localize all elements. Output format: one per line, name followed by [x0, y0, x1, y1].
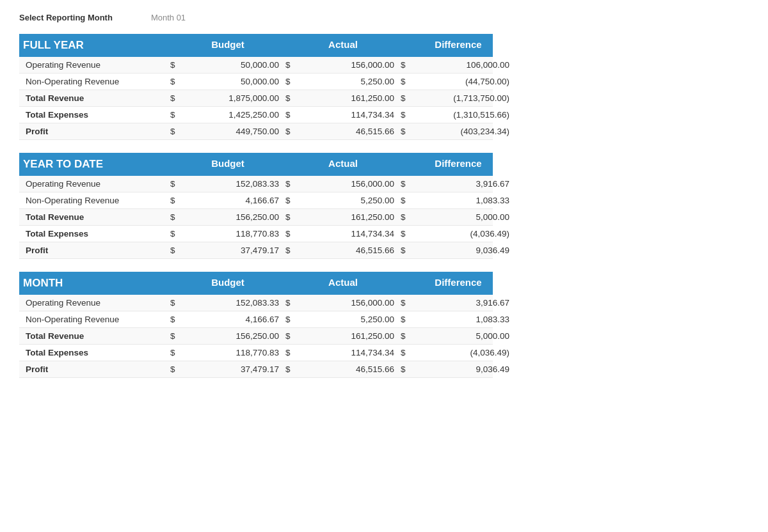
- row-label: Non-Operating Revenue: [23, 77, 170, 86]
- table-row: Total Expenses$118,770.83$114,734.34$(4,…: [19, 226, 493, 242]
- budget-amount: 50,000.00: [182, 77, 285, 86]
- dollar-sign: $: [401, 298, 412, 308]
- diff-amount: 9,036.49: [412, 364, 516, 374]
- dollar-sign: $: [401, 77, 412, 86]
- dollar-sign: $: [285, 179, 297, 189]
- actual-cell: $156,000.00: [285, 179, 401, 189]
- table-row: Profit$37,479.17$46,515.66$9,036.49: [19, 361, 493, 378]
- dollar-sign: $: [170, 298, 182, 308]
- table-row: Total Revenue$156,250.00$161,250.00$5,00…: [19, 328, 493, 345]
- diff-cell: $(44,750.00): [401, 77, 516, 86]
- actual-cell: $46,515.66: [285, 127, 401, 136]
- budget-amount: 152,083.33: [182, 298, 285, 308]
- actual-amount: 46,515.66: [297, 246, 401, 255]
- sections-container: FULL YEARBudgetActualDifference Operatin…: [19, 34, 749, 378]
- dollar-sign: $: [285, 315, 297, 324]
- diff-cell: $(1,310,515.66): [401, 110, 516, 120]
- dollar-sign: $: [401, 110, 412, 120]
- actual-amount: 114,734.34: [297, 348, 401, 357]
- actual-cell: $5,250.00: [285, 77, 401, 86]
- diff-cell: $(403,234.34): [401, 127, 516, 136]
- actual-amount: 161,250.00: [297, 212, 401, 222]
- dollar-sign: $: [285, 127, 297, 136]
- budget-cell: $37,479.17: [170, 246, 285, 255]
- diff-amount: 3,916.67: [412, 298, 516, 308]
- diff-amount: (4,036.49): [412, 348, 516, 357]
- section-year-to-date: YEAR TO DATEBudgetActualDifference Opera…: [19, 153, 493, 259]
- diff-amount: 5,000.00: [412, 331, 516, 341]
- row-label: Non-Operating Revenue: [23, 315, 170, 324]
- dollar-sign: $: [170, 179, 182, 189]
- diff-amount: (403,234.34): [412, 127, 516, 136]
- dollar-sign: $: [285, 212, 297, 222]
- dollar-sign: $: [285, 110, 297, 120]
- section-title-year-to-date: YEAR TO DATE: [23, 158, 170, 171]
- row-label: Profit: [23, 246, 170, 255]
- budget-cell: $37,479.17: [170, 364, 285, 374]
- col-header-budget: Budget: [170, 39, 285, 52]
- col-header-difference: Difference: [401, 277, 516, 290]
- dollar-sign: $: [170, 331, 182, 341]
- reporting-month-row: Select Reporting Month Month 01: [19, 13, 749, 22]
- budget-amount: 449,750.00: [182, 127, 285, 136]
- row-label: Profit: [23, 364, 170, 374]
- diff-amount: 5,000.00: [412, 212, 516, 222]
- diff-cell: $106,000.00: [401, 60, 516, 70]
- actual-amount: 5,250.00: [297, 196, 401, 205]
- col-header-budget: Budget: [170, 277, 285, 290]
- budget-amount: 118,770.83: [182, 229, 285, 239]
- budget-cell: $50,000.00: [170, 77, 285, 86]
- diff-amount: (4,036.49): [412, 229, 516, 239]
- dollar-sign: $: [170, 77, 182, 86]
- dollar-sign: $: [285, 93, 297, 103]
- row-label: Total Expenses: [23, 110, 170, 120]
- col-header-actual: Actual: [285, 39, 401, 52]
- budget-amount: 156,250.00: [182, 212, 285, 222]
- dollar-sign: $: [285, 364, 297, 374]
- diff-cell: $5,000.00: [401, 331, 516, 341]
- col-header-difference: Difference: [401, 158, 516, 171]
- section-header-year-to-date: YEAR TO DATEBudgetActualDifference: [19, 153, 493, 176]
- dollar-sign: $: [401, 127, 412, 136]
- dollar-sign: $: [285, 229, 297, 239]
- reporting-month-label: Select Reporting Month: [19, 13, 113, 22]
- actual-cell: $161,250.00: [285, 331, 401, 341]
- diff-amount: (1,310,515.66): [412, 110, 516, 120]
- row-label: Non-Operating Revenue: [23, 196, 170, 205]
- dollar-sign: $: [401, 364, 412, 374]
- table-row: Operating Revenue$50,000.00$156,000.00$1…: [19, 57, 493, 74]
- dollar-sign: $: [170, 196, 182, 205]
- budget-cell: $152,083.33: [170, 179, 285, 189]
- actual-cell: $5,250.00: [285, 196, 401, 205]
- dollar-sign: $: [401, 229, 412, 239]
- dollar-sign: $: [170, 127, 182, 136]
- table-row: Total Revenue$156,250.00$161,250.00$5,00…: [19, 209, 493, 226]
- section-full-year: FULL YEARBudgetActualDifference Operatin…: [19, 34, 493, 140]
- row-label: Total Expenses: [23, 348, 170, 357]
- col-header-actual: Actual: [285, 158, 401, 171]
- actual-amount: 114,734.34: [297, 110, 401, 120]
- budget-cell: $118,770.83: [170, 348, 285, 357]
- diff-amount: 1,083.33: [412, 196, 516, 205]
- diff-cell: $9,036.49: [401, 246, 516, 255]
- table-row: Profit$449,750.00$46,515.66$(403,234.34): [19, 123, 493, 140]
- row-label: Total Revenue: [23, 93, 170, 103]
- diff-amount: 106,000.00: [412, 60, 516, 70]
- budget-cell: $152,083.33: [170, 298, 285, 308]
- actual-amount: 156,000.00: [297, 60, 401, 70]
- actual-amount: 114,734.34: [297, 229, 401, 239]
- actual-cell: $161,250.00: [285, 212, 401, 222]
- budget-amount: 4,166.67: [182, 315, 285, 324]
- budget-cell: $50,000.00: [170, 60, 285, 70]
- actual-amount: 156,000.00: [297, 179, 401, 189]
- diff-cell: $(4,036.49): [401, 229, 516, 239]
- table-row: Operating Revenue$152,083.33$156,000.00$…: [19, 176, 493, 192]
- actual-cell: $114,734.34: [285, 229, 401, 239]
- budget-cell: $118,770.83: [170, 229, 285, 239]
- budget-amount: 4,166.67: [182, 196, 285, 205]
- diff-cell: $1,083.33: [401, 315, 516, 324]
- diff-cell: $5,000.00: [401, 212, 516, 222]
- actual-cell: $161,250.00: [285, 93, 401, 103]
- actual-amount: 161,250.00: [297, 93, 401, 103]
- actual-amount: 46,515.66: [297, 127, 401, 136]
